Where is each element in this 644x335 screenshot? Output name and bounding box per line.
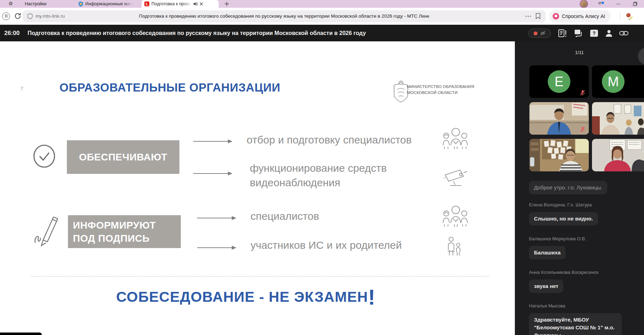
sound-muted-icon	[540, 30, 546, 36]
tab-settings[interactable]: Настройки	[25, 0, 46, 8]
browser-tab-bar: ⚙ Настройки Информационные матер L Подго…	[0, 0, 644, 8]
browser-address-bar: Я my.mts-link.ru Подготовка к проведению…	[0, 8, 644, 25]
reload-icon	[14, 12, 21, 19]
chat-icon	[574, 29, 583, 37]
tab-label: Подготовка к прове	[151, 1, 191, 6]
slide-footer: СОБЕСЕДОВАНИЕ - НЕ ЭКЗАМЕН!	[0, 289, 492, 305]
mts-link-favicon: L	[144, 1, 149, 6]
chat-bubble: Балашиха	[529, 246, 565, 259]
participant-video-red-top[interactable]	[592, 139, 644, 171]
specialists-group-icon	[442, 205, 468, 227]
chat-bubble: Слышно, но не видно.	[529, 212, 598, 225]
block2-item-2: участников ИС и их родителей	[251, 239, 402, 251]
block2-label-box: ИНФОРМИРУЮТ ПОД ПОДПИСЬ	[68, 215, 181, 248]
slide-number: 7	[21, 86, 23, 92]
yandex-browser-icon[interactable]: Я	[2, 12, 10, 20]
toolbar-divider	[620, 12, 620, 20]
link-icon	[619, 31, 628, 36]
block1-item-1: отбор и подготовку специалистов	[247, 134, 412, 146]
webcam-frame	[592, 139, 644, 171]
presentation-slide: 7 ОБРАЗОВАТЕЛЬНЫЕ ОРГАНИЗАЦИИ МИНИСТЕРСТ…	[0, 41, 515, 335]
participants-button[interactable]	[604, 29, 614, 38]
meeting-header: 26:00 Подготовка к проведению итогового …	[0, 25, 644, 41]
chat-sender: Анна Котельникова Воскресенск	[529, 270, 598, 275]
mic-muted-icon	[580, 127, 585, 133]
chat-bubble: Доброе утро. г.о. Луховицы.	[529, 181, 607, 194]
settings-gear-icon[interactable]: ⚙	[8, 1, 13, 6]
more-actions-icon[interactable]	[525, 15, 531, 17]
extension-icon	[625, 12, 633, 20]
ministry-caption: МИНИСТЕРСТВО ОБРАЗОВАНИЯ МОСКОВСКОЙ ОБЛА…	[407, 84, 474, 96]
recording-indicator[interactable]	[528, 29, 551, 38]
arrow-right-icon	[197, 245, 237, 250]
slide-divider	[31, 276, 489, 277]
alice-label: Спросить Алису AI	[562, 13, 605, 19]
help-button[interactable]: ?	[590, 29, 599, 38]
chat-bubble: звука нет	[529, 280, 563, 293]
new-tab-button[interactable]	[223, 1, 231, 7]
cctv-camera-icon	[443, 168, 470, 188]
chat-sender: Елена Володина, Г.о. Шатура	[529, 202, 592, 207]
tab-mts-link-active[interactable]: L Подготовка к прове	[142, 0, 219, 8]
block2-label-line2: ПОД ПОДПИСЬ	[73, 232, 181, 245]
browser-profile-avatar[interactable]	[580, 0, 587, 7]
parent-child-icon	[446, 236, 462, 258]
plus-icon	[225, 2, 229, 6]
ministry-line1: МИНИСТЕРСТВО ОБРАЗОВАНИЯ	[407, 84, 474, 90]
tab-audio-icon[interactable]	[193, 2, 197, 6]
shield-icon	[79, 1, 83, 7]
block1-item-2: функционирование средств видеонаблюдения	[250, 161, 402, 190]
alice-icon	[553, 13, 559, 19]
browser-extension-button[interactable]	[625, 12, 633, 22]
page-title-text: Подготовка к проведению итогового собесе…	[23, 13, 546, 19]
block2-item-1: специалистов	[251, 210, 319, 222]
copy-link-button[interactable]	[619, 29, 628, 38]
participant-avatar: M	[602, 70, 625, 93]
tab-label: Настройки	[25, 1, 46, 6]
mic-muted-icon	[580, 90, 585, 96]
restore-icon	[633, 2, 637, 6]
participant-tile-m[interactable]: M	[592, 65, 644, 98]
tab-info-materials[interactable]: Информационные матер	[79, 0, 133, 8]
tab-close-icon[interactable]	[200, 2, 203, 6]
block1-label-box: ОБЕСПЕЧИВАЮТ	[67, 140, 179, 174]
chat-sender: Наталья Мысова	[529, 303, 565, 308]
webcam-frame	[592, 102, 644, 135]
arrow-right-icon	[193, 139, 233, 144]
question-icon: ?	[590, 30, 598, 37]
url-field[interactable]: my.mts-link.ru Подготовка к проведению и…	[23, 10, 546, 22]
hamburger-icon	[598, 1, 604, 6]
ask-alice-button[interactable]: Спросить Алису AI	[549, 10, 611, 22]
participant-video-man[interactable]	[529, 102, 589, 135]
slide-title: ОБРАЗОВАТЕЛЬНЫЕ ОРГАНИЗАЦИИ	[59, 81, 280, 94]
participant-video-cluttered-office[interactable]	[529, 139, 589, 171]
arrow-right-icon	[197, 216, 237, 221]
browser-menu-button[interactable]	[597, 1, 605, 7]
meeting-sidebar: 1/11 E M	[515, 41, 644, 335]
window-minimize-button[interactable]	[614, 1, 622, 7]
webcam-frame	[529, 139, 589, 171]
window-restore-button[interactable]	[631, 1, 639, 7]
participant-video-office[interactable]	[592, 102, 644, 135]
participant-tile-e[interactable]: E	[529, 65, 589, 98]
check-circle-icon	[33, 145, 56, 168]
person-icon	[605, 29, 613, 37]
notes-icon	[558, 29, 567, 37]
reload-button[interactable]	[14, 12, 21, 21]
footer-exclamation: !	[368, 285, 376, 309]
tab-label: Информационные матер	[85, 1, 133, 6]
minimize-icon	[616, 4, 620, 4]
specialists-group-icon	[442, 127, 468, 149]
record-dot-icon	[534, 31, 537, 35]
agenda-button[interactable]	[558, 29, 567, 38]
chat-sender: Балашиха Меркулова О.В.	[529, 236, 586, 241]
chat-button[interactable]	[574, 29, 583, 38]
signature-pencil-icon	[34, 213, 59, 247]
participant-avatar: E	[548, 70, 570, 93]
bookmark-icon[interactable]	[536, 13, 540, 19]
meeting-timer: 26:00	[4, 25, 19, 41]
chat-bubble: Здравствуйте, МБОУ "Белоомутская СОШ № 1…	[529, 313, 622, 335]
meeting-title: Подготовка к проведению итогового собесе…	[28, 25, 366, 41]
floating-toolbar-edge	[0, 333, 42, 335]
block2-label-line1: ИНФОРМИРУЮТ	[73, 219, 181, 232]
